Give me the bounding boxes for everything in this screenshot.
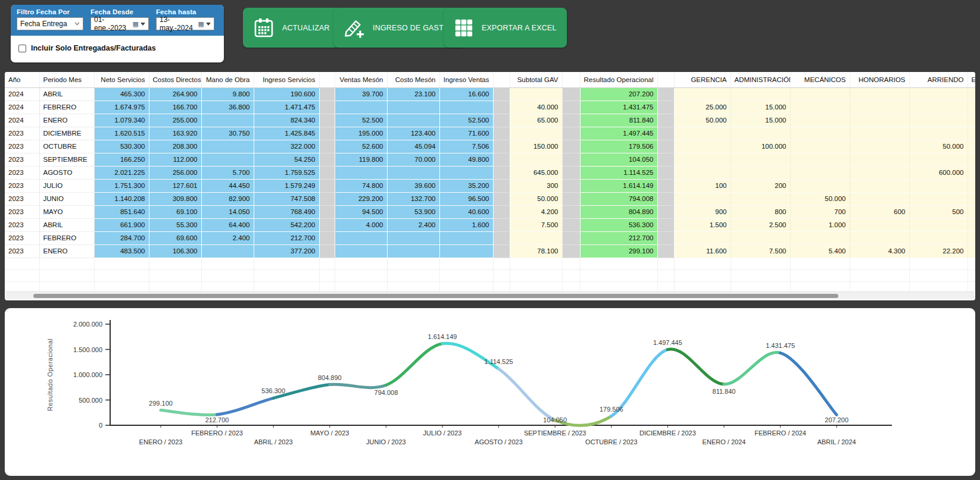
- table-cell[interactable]: [319, 258, 335, 269]
- table-cell[interactable]: 212.700: [580, 231, 657, 244]
- table-cell[interactable]: [967, 218, 975, 231]
- table-cell[interactable]: 71.600: [439, 127, 493, 140]
- table-cell[interactable]: [319, 218, 335, 231]
- table-cell[interactable]: [335, 258, 387, 269]
- column-header[interactable]: Ventas Mesón: [335, 72, 387, 87]
- table-cell[interactable]: JUNIO: [39, 192, 94, 205]
- table-cell[interactable]: [967, 192, 975, 205]
- table-cell[interactable]: 2.400: [201, 231, 254, 244]
- table-cell[interactable]: 39.700: [335, 87, 387, 101]
- table-cell[interactable]: [674, 127, 731, 140]
- chevron-down-icon[interactable]: [141, 23, 145, 26]
- table-cell[interactable]: [674, 231, 731, 244]
- table-cell[interactable]: [319, 140, 335, 153]
- table-cell[interactable]: 229.200: [335, 192, 387, 205]
- column-header[interactable]: [493, 72, 510, 87]
- table-cell[interactable]: [909, 114, 967, 127]
- table-cell[interactable]: [790, 87, 850, 101]
- table-cell[interactable]: [674, 166, 731, 179]
- table-cell[interactable]: [657, 258, 674, 269]
- table-cell[interactable]: [909, 153, 967, 166]
- table-cell[interactable]: 52.500: [335, 114, 387, 127]
- filter-by-dropdown[interactable]: Fecha Entrega: [17, 17, 83, 30]
- table-cell[interactable]: 465.300: [94, 87, 149, 101]
- table-cell[interactable]: [562, 269, 580, 281]
- table-cell[interactable]: [562, 140, 580, 153]
- table-cell[interactable]: [201, 114, 254, 127]
- table-cell[interactable]: [850, 179, 909, 192]
- table-cell[interactable]: 22.200: [909, 244, 967, 258]
- table-cell[interactable]: 64.400: [201, 218, 254, 231]
- table-cell[interactable]: [967, 127, 975, 140]
- table-cell[interactable]: 600: [850, 205, 909, 218]
- table-cell[interactable]: 65.000: [510, 114, 562, 127]
- table-cell[interactable]: 300: [510, 179, 562, 192]
- column-header[interactable]: Ingreso Ventas: [439, 72, 493, 87]
- table-cell[interactable]: 15.000: [731, 114, 790, 127]
- date-to-input[interactable]: 13-may.-2024 ▦: [156, 17, 214, 30]
- table-cell[interactable]: ABRIL: [39, 87, 94, 101]
- table-cell[interactable]: 1.431.475: [580, 101, 657, 114]
- table-cell[interactable]: 1.500: [674, 218, 731, 231]
- table-cell[interactable]: [580, 258, 657, 269]
- table-cell[interactable]: [850, 114, 909, 127]
- table-cell[interactable]: [909, 231, 967, 244]
- table-cell[interactable]: 96.500: [439, 192, 493, 205]
- table-cell[interactable]: 70.000: [387, 153, 439, 166]
- table-cell[interactable]: 50.000: [510, 192, 562, 205]
- table-cell[interactable]: 150.000: [510, 140, 562, 153]
- table-cell[interactable]: [319, 205, 335, 218]
- table-cell[interactable]: 2023: [5, 140, 39, 153]
- table-cell[interactable]: 264.900: [149, 87, 201, 101]
- table-cell[interactable]: [967, 269, 975, 281]
- table-cell[interactable]: [967, 114, 975, 127]
- table-cell[interactable]: [967, 140, 975, 153]
- table-cell[interactable]: 1.425.845: [254, 127, 319, 140]
- table-cell[interactable]: 1.079.340: [94, 114, 149, 127]
- table-cell[interactable]: 36.800: [201, 101, 254, 114]
- table-cell[interactable]: [387, 114, 439, 127]
- table-cell[interactable]: [790, 231, 850, 244]
- table-cell[interactable]: [94, 269, 149, 281]
- table-cell[interactable]: [562, 244, 580, 258]
- table-cell[interactable]: [439, 258, 493, 269]
- calendar-icon[interactable]: ▦: [133, 21, 139, 27]
- table-cell[interactable]: [149, 269, 201, 281]
- table-cell[interactable]: [731, 153, 790, 166]
- table-cell[interactable]: [319, 166, 335, 179]
- table-cell[interactable]: FEBRERO: [39, 101, 94, 114]
- table-cell[interactable]: 195.000: [335, 127, 387, 140]
- table-cell[interactable]: 2023: [5, 192, 39, 205]
- table-cell[interactable]: [850, 231, 909, 244]
- table-cell[interactable]: [562, 205, 580, 218]
- table-cell[interactable]: 100.000: [731, 140, 790, 153]
- table-cell[interactable]: 55.300: [149, 218, 201, 231]
- table-cell[interactable]: [493, 101, 510, 114]
- table-cell[interactable]: 119.800: [335, 153, 387, 166]
- column-header[interactable]: Periodo Mes: [39, 72, 94, 87]
- table-cell[interactable]: 39.600: [387, 179, 439, 192]
- column-header[interactable]: Resultado Operacional: [580, 72, 657, 87]
- table-cell[interactable]: [657, 192, 674, 205]
- table-cell[interactable]: [387, 258, 439, 269]
- table-cell[interactable]: 44.450: [201, 179, 254, 192]
- table-cell[interactable]: [790, 153, 850, 166]
- table-cell[interactable]: 40.600: [439, 205, 493, 218]
- table-cell[interactable]: [510, 87, 562, 101]
- table-cell[interactable]: [657, 269, 674, 281]
- table-cell[interactable]: 104.050: [580, 153, 657, 166]
- exportar-excel-button[interactable]: EXPORTAR A EXCEL: [444, 8, 567, 48]
- table-cell[interactable]: [562, 192, 580, 205]
- table-cell[interactable]: [493, 218, 510, 231]
- column-header[interactable]: E: [967, 72, 975, 87]
- table-cell[interactable]: 4.000: [335, 218, 387, 231]
- table-cell[interactable]: [674, 87, 731, 101]
- table-cell[interactable]: [850, 166, 909, 179]
- table-cell[interactable]: 2.021.225: [94, 166, 149, 179]
- table-cell[interactable]: 299.100: [580, 244, 657, 258]
- table-cell[interactable]: [967, 205, 975, 218]
- table-cell[interactable]: [790, 140, 850, 153]
- table-cell[interactable]: 1.600: [439, 218, 493, 231]
- table-cell[interactable]: [319, 244, 335, 258]
- table-cell[interactable]: [657, 218, 674, 231]
